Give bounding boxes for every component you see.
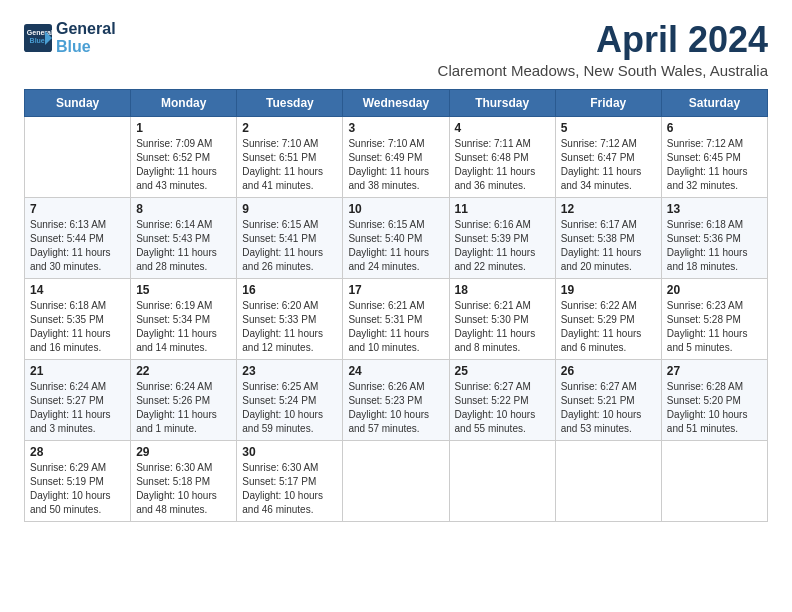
logo-text: General Blue bbox=[56, 20, 116, 55]
calendar-cell: 1Sunrise: 7:09 AMSunset: 6:52 PMDaylight… bbox=[131, 116, 237, 197]
day-info: Sunrise: 6:30 AMSunset: 5:17 PMDaylight:… bbox=[242, 461, 337, 517]
day-number: 25 bbox=[455, 364, 550, 378]
calendar-week-row: 28Sunrise: 6:29 AMSunset: 5:19 PMDayligh… bbox=[25, 440, 768, 521]
page-header: General Blue General Blue April 2024 Cla… bbox=[24, 20, 768, 79]
day-number: 30 bbox=[242, 445, 337, 459]
day-info: Sunrise: 6:25 AMSunset: 5:24 PMDaylight:… bbox=[242, 380, 337, 436]
location-subtitle: Claremont Meadows, New South Wales, Aust… bbox=[438, 62, 768, 79]
calendar-cell: 12Sunrise: 6:17 AMSunset: 5:38 PMDayligh… bbox=[555, 197, 661, 278]
day-number: 19 bbox=[561, 283, 656, 297]
calendar-cell: 23Sunrise: 6:25 AMSunset: 5:24 PMDayligh… bbox=[237, 359, 343, 440]
calendar-cell: 25Sunrise: 6:27 AMSunset: 5:22 PMDayligh… bbox=[449, 359, 555, 440]
day-number: 12 bbox=[561, 202, 656, 216]
day-info: Sunrise: 6:29 AMSunset: 5:19 PMDaylight:… bbox=[30, 461, 125, 517]
day-info: Sunrise: 7:12 AMSunset: 6:45 PMDaylight:… bbox=[667, 137, 762, 193]
day-info: Sunrise: 7:10 AMSunset: 6:49 PMDaylight:… bbox=[348, 137, 443, 193]
day-info: Sunrise: 6:15 AMSunset: 5:40 PMDaylight:… bbox=[348, 218, 443, 274]
calendar-cell: 7Sunrise: 6:13 AMSunset: 5:44 PMDaylight… bbox=[25, 197, 131, 278]
calendar-cell: 22Sunrise: 6:24 AMSunset: 5:26 PMDayligh… bbox=[131, 359, 237, 440]
day-number: 28 bbox=[30, 445, 125, 459]
calendar-cell: 14Sunrise: 6:18 AMSunset: 5:35 PMDayligh… bbox=[25, 278, 131, 359]
calendar-day-header: Wednesday bbox=[343, 89, 449, 116]
day-number: 21 bbox=[30, 364, 125, 378]
day-info: Sunrise: 7:10 AMSunset: 6:51 PMDaylight:… bbox=[242, 137, 337, 193]
day-number: 7 bbox=[30, 202, 125, 216]
day-info: Sunrise: 6:30 AMSunset: 5:18 PMDaylight:… bbox=[136, 461, 231, 517]
calendar-cell: 16Sunrise: 6:20 AMSunset: 5:33 PMDayligh… bbox=[237, 278, 343, 359]
calendar-day-header: Sunday bbox=[25, 89, 131, 116]
day-info: Sunrise: 6:18 AMSunset: 5:36 PMDaylight:… bbox=[667, 218, 762, 274]
calendar-cell: 29Sunrise: 6:30 AMSunset: 5:18 PMDayligh… bbox=[131, 440, 237, 521]
day-number: 23 bbox=[242, 364, 337, 378]
day-info: Sunrise: 6:20 AMSunset: 5:33 PMDaylight:… bbox=[242, 299, 337, 355]
calendar-cell: 19Sunrise: 6:22 AMSunset: 5:29 PMDayligh… bbox=[555, 278, 661, 359]
calendar-cell: 28Sunrise: 6:29 AMSunset: 5:19 PMDayligh… bbox=[25, 440, 131, 521]
calendar-cell: 11Sunrise: 6:16 AMSunset: 5:39 PMDayligh… bbox=[449, 197, 555, 278]
calendar-cell: 5Sunrise: 7:12 AMSunset: 6:47 PMDaylight… bbox=[555, 116, 661, 197]
day-info: Sunrise: 6:14 AMSunset: 5:43 PMDaylight:… bbox=[136, 218, 231, 274]
day-info: Sunrise: 6:21 AMSunset: 5:31 PMDaylight:… bbox=[348, 299, 443, 355]
day-number: 8 bbox=[136, 202, 231, 216]
calendar-cell bbox=[661, 440, 767, 521]
day-number: 9 bbox=[242, 202, 337, 216]
calendar-cell: 26Sunrise: 6:27 AMSunset: 5:21 PMDayligh… bbox=[555, 359, 661, 440]
day-info: Sunrise: 6:19 AMSunset: 5:34 PMDaylight:… bbox=[136, 299, 231, 355]
day-info: Sunrise: 6:17 AMSunset: 5:38 PMDaylight:… bbox=[561, 218, 656, 274]
calendar-cell bbox=[449, 440, 555, 521]
calendar-cell: 9Sunrise: 6:15 AMSunset: 5:41 PMDaylight… bbox=[237, 197, 343, 278]
day-number: 4 bbox=[455, 121, 550, 135]
calendar-week-row: 7Sunrise: 6:13 AMSunset: 5:44 PMDaylight… bbox=[25, 197, 768, 278]
logo: General Blue General Blue bbox=[24, 20, 116, 55]
day-number: 20 bbox=[667, 283, 762, 297]
calendar-week-row: 14Sunrise: 6:18 AMSunset: 5:35 PMDayligh… bbox=[25, 278, 768, 359]
day-number: 14 bbox=[30, 283, 125, 297]
day-info: Sunrise: 6:13 AMSunset: 5:44 PMDaylight:… bbox=[30, 218, 125, 274]
calendar-cell bbox=[343, 440, 449, 521]
day-info: Sunrise: 6:23 AMSunset: 5:28 PMDaylight:… bbox=[667, 299, 762, 355]
calendar-cell: 30Sunrise: 6:30 AMSunset: 5:17 PMDayligh… bbox=[237, 440, 343, 521]
calendar-cell: 4Sunrise: 7:11 AMSunset: 6:48 PMDaylight… bbox=[449, 116, 555, 197]
calendar-cell bbox=[25, 116, 131, 197]
calendar-table: SundayMondayTuesdayWednesdayThursdayFrid… bbox=[24, 89, 768, 522]
day-info: Sunrise: 6:28 AMSunset: 5:20 PMDaylight:… bbox=[667, 380, 762, 436]
day-info: Sunrise: 6:22 AMSunset: 5:29 PMDaylight:… bbox=[561, 299, 656, 355]
calendar-day-header: Tuesday bbox=[237, 89, 343, 116]
calendar-cell: 24Sunrise: 6:26 AMSunset: 5:23 PMDayligh… bbox=[343, 359, 449, 440]
day-number: 29 bbox=[136, 445, 231, 459]
day-number: 27 bbox=[667, 364, 762, 378]
day-number: 17 bbox=[348, 283, 443, 297]
day-number: 5 bbox=[561, 121, 656, 135]
day-number: 15 bbox=[136, 283, 231, 297]
day-info: Sunrise: 7:09 AMSunset: 6:52 PMDaylight:… bbox=[136, 137, 231, 193]
day-info: Sunrise: 6:21 AMSunset: 5:30 PMDaylight:… bbox=[455, 299, 550, 355]
calendar-week-row: 1Sunrise: 7:09 AMSunset: 6:52 PMDaylight… bbox=[25, 116, 768, 197]
day-number: 26 bbox=[561, 364, 656, 378]
calendar-cell: 6Sunrise: 7:12 AMSunset: 6:45 PMDaylight… bbox=[661, 116, 767, 197]
day-number: 3 bbox=[348, 121, 443, 135]
day-number: 10 bbox=[348, 202, 443, 216]
day-number: 24 bbox=[348, 364, 443, 378]
logo-icon: General Blue bbox=[24, 24, 52, 52]
day-number: 22 bbox=[136, 364, 231, 378]
calendar-cell: 10Sunrise: 6:15 AMSunset: 5:40 PMDayligh… bbox=[343, 197, 449, 278]
calendar-cell: 3Sunrise: 7:10 AMSunset: 6:49 PMDaylight… bbox=[343, 116, 449, 197]
day-number: 1 bbox=[136, 121, 231, 135]
day-number: 16 bbox=[242, 283, 337, 297]
calendar-cell: 20Sunrise: 6:23 AMSunset: 5:28 PMDayligh… bbox=[661, 278, 767, 359]
calendar-cell: 8Sunrise: 6:14 AMSunset: 5:43 PMDaylight… bbox=[131, 197, 237, 278]
day-number: 18 bbox=[455, 283, 550, 297]
day-number: 11 bbox=[455, 202, 550, 216]
calendar-day-header: Friday bbox=[555, 89, 661, 116]
calendar-cell: 21Sunrise: 6:24 AMSunset: 5:27 PMDayligh… bbox=[25, 359, 131, 440]
day-info: Sunrise: 6:24 AMSunset: 5:26 PMDaylight:… bbox=[136, 380, 231, 436]
calendar-cell: 15Sunrise: 6:19 AMSunset: 5:34 PMDayligh… bbox=[131, 278, 237, 359]
day-number: 6 bbox=[667, 121, 762, 135]
calendar-cell: 2Sunrise: 7:10 AMSunset: 6:51 PMDaylight… bbox=[237, 116, 343, 197]
day-number: 13 bbox=[667, 202, 762, 216]
calendar-cell: 18Sunrise: 6:21 AMSunset: 5:30 PMDayligh… bbox=[449, 278, 555, 359]
day-info: Sunrise: 7:11 AMSunset: 6:48 PMDaylight:… bbox=[455, 137, 550, 193]
calendar-day-header: Monday bbox=[131, 89, 237, 116]
calendar-day-header: Saturday bbox=[661, 89, 767, 116]
day-info: Sunrise: 6:18 AMSunset: 5:35 PMDaylight:… bbox=[30, 299, 125, 355]
calendar-header-row: SundayMondayTuesdayWednesdayThursdayFrid… bbox=[25, 89, 768, 116]
